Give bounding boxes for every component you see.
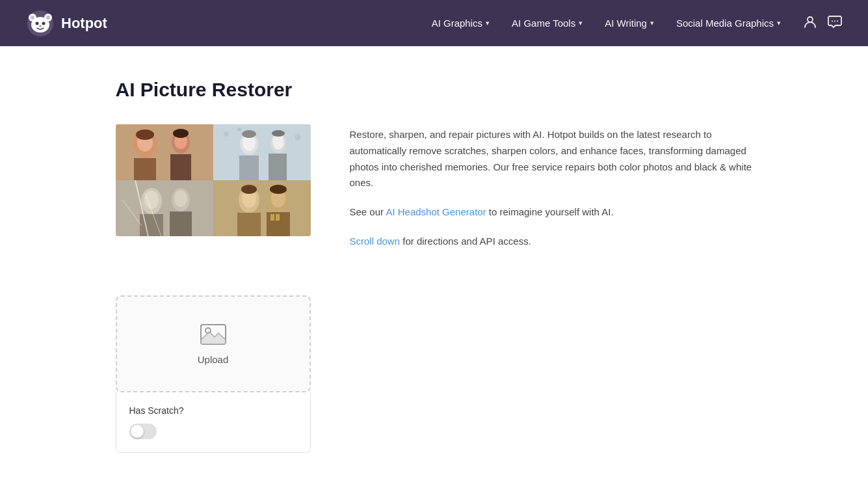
svg-point-51 [241, 185, 257, 194]
nav-item-social-media-graphics[interactable]: Social Media Graphics ▾ [667, 12, 790, 34]
nav-item-ai-graphics[interactable]: AI Graphics ▾ [423, 12, 499, 34]
svg-point-21 [173, 129, 189, 138]
description-p2-prefix: See our [350, 206, 386, 217]
photo-cell-1 [116, 124, 213, 180]
svg-point-52 [270, 185, 287, 194]
chevron-down-icon: ▾ [486, 19, 490, 27]
svg-point-24 [237, 128, 241, 131]
navbar: Hotpot AI Graphics ▾ AI Game Tools ▾ AI … [0, 0, 868, 46]
svg-point-10 [832, 21, 833, 22]
hero-image-grid [116, 124, 311, 236]
brand-name: Hotpot [61, 15, 107, 32]
ai-headshot-generator-link[interactable]: AI Headshot Generator [386, 206, 486, 217]
description-paragraph-3: Scroll down for directions and API acces… [350, 234, 753, 250]
nav-label-ai-writing: AI Writing [605, 18, 647, 29]
nav-brand[interactable]: Hotpot [26, 9, 107, 38]
svg-point-33 [272, 130, 285, 137]
svg-point-23 [224, 131, 229, 137]
chat-icon[interactable] [828, 14, 842, 32]
svg-rect-53 [270, 214, 274, 221]
hero-description: Restore, sharpen, and repair pictures wi… [350, 124, 753, 263]
scroll-down-link[interactable]: Scroll down [350, 236, 401, 247]
svg-point-25 [295, 134, 301, 141]
description-p2-suffix: to reimagine yourself with AI. [486, 206, 614, 217]
has-scratch-toggle-container [129, 424, 297, 439]
options-box: Has Scratch? [116, 392, 311, 453]
svg-point-39 [174, 190, 187, 207]
nav-label-social-media-graphics: Social Media Graphics [676, 18, 774, 29]
nav-action-icons [803, 14, 842, 32]
description-paragraph-1: Restore, sharpen, and repair pictures wi… [350, 127, 753, 191]
description-paragraph-2: See our AI Headshot Generator to reimagi… [350, 204, 753, 221]
svg-rect-28 [239, 156, 259, 180]
svg-point-20 [136, 129, 154, 140]
photo-cell-2 [213, 124, 311, 180]
upload-section: Upload Has Scratch? [116, 295, 311, 453]
description-p3-suffix: for directions and API access. [400, 236, 531, 247]
main-content: AI Picture Restorer [90, 46, 779, 485]
svg-rect-40 [170, 211, 192, 236]
svg-rect-47 [237, 213, 261, 236]
upload-image-icon [200, 323, 226, 346]
nav-label-ai-graphics: AI Graphics [432, 18, 482, 29]
svg-rect-13 [116, 124, 213, 180]
svg-point-11 [834, 21, 835, 22]
svg-rect-16 [134, 158, 156, 180]
photo-cell-4 [213, 180, 311, 236]
svg-point-5 [46, 16, 50, 20]
svg-point-9 [808, 17, 813, 22]
upload-box[interactable]: Upload [116, 295, 311, 392]
svg-rect-34 [116, 180, 213, 236]
chevron-down-icon: ▾ [650, 19, 654, 27]
upload-label: Upload [198, 354, 229, 365]
svg-point-36 [144, 191, 159, 209]
svg-point-32 [242, 130, 256, 138]
nav-links: AI Graphics ▾ AI Game Tools ▾ AI Writing… [423, 12, 790, 34]
svg-point-7 [42, 21, 46, 25]
hotpot-logo-icon [26, 9, 55, 38]
svg-rect-44 [213, 180, 311, 236]
svg-point-12 [837, 21, 838, 22]
svg-rect-31 [269, 154, 287, 180]
toggle-knob [131, 425, 144, 438]
nav-label-ai-game-tools: AI Game Tools [512, 18, 575, 29]
hero-section: Restore, sharpen, and repair pictures wi… [116, 124, 753, 263]
photo-cell-3 [116, 180, 213, 236]
chevron-down-icon: ▾ [579, 19, 583, 27]
page-title: AI Picture Restorer [116, 79, 753, 101]
svg-point-6 [36, 21, 39, 25]
nav-item-ai-game-tools[interactable]: AI Game Tools ▾ [503, 12, 592, 34]
svg-point-8 [39, 25, 42, 27]
chevron-down-icon: ▾ [777, 19, 781, 27]
user-icon[interactable] [803, 14, 817, 32]
svg-rect-54 [276, 214, 280, 221]
svg-point-4 [31, 16, 34, 20]
nav-item-ai-writing[interactable]: AI Writing ▾ [596, 12, 663, 34]
svg-rect-19 [170, 154, 191, 180]
has-scratch-toggle[interactable] [129, 424, 157, 439]
has-scratch-label: Has Scratch? [129, 405, 297, 416]
